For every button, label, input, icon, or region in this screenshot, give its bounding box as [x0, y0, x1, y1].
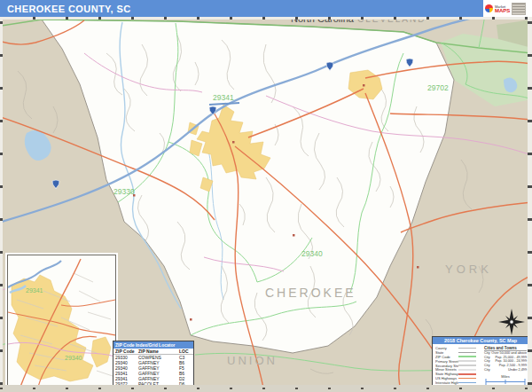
- grid-ticks-top: [0, 17, 532, 20]
- city-inset-map: 29341 29340: [7, 255, 116, 388]
- logo-brand-bottom: MAPS: [495, 9, 510, 12]
- map-poster: 29341 29702 29340 29330 CHEROKEE COUNTY,…: [0, 0, 532, 392]
- publisher-logo: Market MAPS: [483, 0, 532, 17]
- map-legend: 2018 Cherokee County, SC Map County Stat…: [432, 336, 529, 390]
- inset-zip-label: 29340: [65, 355, 82, 361]
- zip-label: 29702: [427, 83, 449, 92]
- zip-label: 29330: [113, 187, 135, 196]
- inset-zip-label: 29341: [26, 287, 43, 294]
- map-title: CHEROKEE COUNTY, SC: [0, 4, 131, 14]
- grid-ticks-bottom: [0, 385, 532, 392]
- scale-bar: [485, 379, 526, 385]
- zip-table-header-row: ZIP Code ZIP Name LOC: [113, 349, 193, 355]
- zip-table-title: ZIP Code Index/Grid Locator: [113, 341, 193, 349]
- title-bar: CHEROKEE COUNTY, SC: [0, 0, 483, 17]
- zip-label: 29341: [213, 93, 234, 102]
- logo-burst-icon: [485, 4, 493, 12]
- zip-label: 29340: [301, 249, 323, 258]
- grid-ticks-right: [528, 17, 532, 385]
- legend-line-items: County State ZIP Code Primary Streets Se…: [433, 344, 482, 385]
- logo-fine-print: [512, 3, 526, 15]
- grid-ticks-left: [0, 17, 3, 385]
- legend-cities: Cities and Towns CityOver 50,000 and abo…: [482, 344, 528, 385]
- legend-title: 2018 Cherokee County, SC Map: [433, 337, 528, 344]
